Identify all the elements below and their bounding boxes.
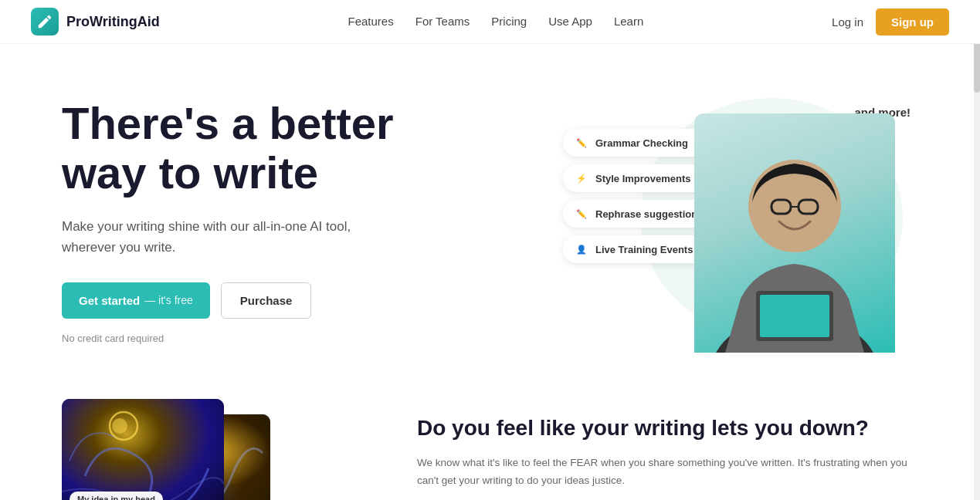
person-illustration [694, 113, 895, 353]
second-title: Do you feel like your writing lets you d… [417, 414, 918, 442]
second-description: We know what it's like to feel the FEAR … [417, 454, 918, 490]
brand-logo[interactable]: ProWritingAid [31, 8, 160, 35]
hero-section: There's a better way to write Make your … [0, 44, 980, 383]
style-icon: ⚡ [574, 171, 589, 186]
second-section: My idea in my head Do you feel like your… [0, 383, 980, 500]
idea-label: My idea in my head [70, 492, 163, 500]
badge-rephrase: ✏️ Rephrase suggestions [563, 200, 714, 228]
rephrase-icon: ✏️ [574, 206, 589, 221]
training-icon: 👤 [574, 242, 589, 257]
nav-pricing[interactable]: Pricing [491, 15, 527, 28]
person-svg [694, 113, 895, 353]
hero-subtitle: Make your writing shine with our all-in-… [62, 216, 355, 258]
grammar-icon: ✏️ [574, 135, 589, 150]
hero-content: There's a better way to write Make your … [62, 99, 394, 344]
brand-name: ProWritingAid [66, 14, 160, 30]
scrollbar[interactable] [974, 0, 980, 500]
purchase-button[interactable]: Purchase [221, 282, 312, 319]
hero-illustration: ...and more! ✏️ Grammar Checking ⚡ Style… [563, 90, 918, 353]
get-started-button[interactable]: Get started — it's free [62, 282, 210, 319]
nav-actions: Log in Sign up [832, 8, 949, 35]
svg-point-10 [112, 418, 127, 434]
logo-icon [31, 8, 59, 35]
art-card-front: My idea in my head [62, 399, 224, 500]
nav-links: Features For Teams Pricing Use App Learn [348, 15, 644, 29]
art-illustration: My idea in my head [62, 399, 355, 500]
navbar: ProWritingAid Features For Teams Pricing… [0, 0, 980, 44]
nav-learn[interactable]: Learn [614, 15, 643, 28]
badge-training: 👤 Live Training Events [563, 235, 714, 263]
feature-badges: ✏️ Grammar Checking ⚡ Style Improvements… [563, 129, 714, 263]
badge-style: ⚡ Style Improvements [563, 164, 714, 192]
svg-rect-6 [760, 295, 829, 337]
art-stack: My idea in my head [62, 399, 355, 500]
login-button[interactable]: Log in [832, 15, 863, 29]
second-content: Do you feel like your writing lets you d… [417, 399, 918, 490]
pencil-icon [36, 13, 53, 30]
nav-features[interactable]: Features [348, 15, 394, 28]
no-credit-text: No credit card required [62, 333, 394, 344]
nav-for-teams[interactable]: For Teams [415, 15, 470, 28]
signup-button[interactable]: Sign up [876, 8, 949, 35]
nav-use-app[interactable]: Use App [548, 15, 592, 28]
swirl-svg-front [62, 399, 224, 500]
badge-grammar: ✏️ Grammar Checking [563, 129, 714, 157]
hero-title: There's a better way to write [62, 99, 394, 198]
hero-buttons: Get started — it's free Purchase [62, 282, 394, 319]
